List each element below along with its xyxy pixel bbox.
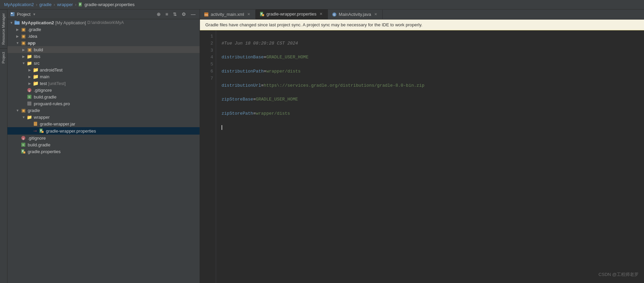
svg-rect-28 — [23, 151, 25, 153]
line-num-2: 2 — [200, 40, 213, 47]
editor-area: XML activity_main.xml ✕ gradle-wrapper.p… — [200, 9, 644, 283]
tree-item-gradle-hidden[interactable]: ▶ ▣ .gradle — [7, 26, 200, 33]
tab-activity-main[interactable]: XML activity_main.xml ✕ — [200, 10, 256, 19]
compact-icon[interactable]: ⇅ — [172, 11, 178, 18]
project-tree[interactable]: ▼ MyApplication2 [My Application] D:\and… — [7, 19, 200, 283]
gradle-root-folder-icon: ▣ — [20, 108, 26, 113]
tree-item-libs[interactable]: ▶ 📁 libs — [7, 53, 200, 60]
tab-gradle-wrapper-props-close[interactable]: ✕ — [318, 11, 324, 17]
proguard-icon — [26, 101, 32, 106]
code-editor[interactable]: 1 2 3 4 5 6 7 #Tue Jun 18 08:20:28 CST 2… — [200, 30, 644, 283]
sidebar-item-project[interactable]: Project — [0, 48, 7, 67]
line-num-3: 3 — [200, 47, 213, 54]
tree-item-app[interactable]: ▼ ▣ app — [7, 39, 200, 46]
gitignore-app-label: .gitignore — [34, 88, 52, 93]
gradle-properties-icon — [20, 149, 26, 154]
tree-arrow-libs: ▶ — [21, 55, 26, 58]
root-path: D:\androidwork\MyA — [87, 20, 124, 25]
buildgradle-root-label: build.gradle — [28, 142, 50, 147]
tree-arrow-build: ▶ — [21, 48, 26, 52]
gitignore-app-icon: g — [26, 87, 32, 93]
androidtest-label: androidTest — [40, 67, 62, 73]
panel-header-icons: ⊕ ≡ ⇅ ⚙ — — [155, 11, 197, 18]
breadcrumb-gradle[interactable]: gradle — [40, 2, 52, 7]
tree-item-gradle-wrapper-props[interactable]: → gradle-wrapper.properties — [7, 127, 200, 135]
breadcrumb-filename: gradle-wrapper.properties — [84, 2, 134, 7]
panel-dropdown-arrow[interactable]: ▼ — [32, 12, 36, 16]
libs-folder-icon: 📁 — [26, 54, 32, 59]
tab-main-activity[interactable]: C MainActivity.java ✕ — [328, 10, 383, 19]
androidtest-folder-icon: 📁 — [32, 67, 38, 73]
props-tab-icon — [260, 12, 264, 17]
code-content[interactable]: #Tue Jun 18 08:20:28 CST 2024 distributi… — [216, 30, 644, 283]
line-num-5: 5 — [200, 61, 213, 68]
tree-item-idea[interactable]: ▶ ▣ .idea — [7, 33, 200, 39]
tree-item-androidtest[interactable]: ▶ 📁 androidTest — [7, 66, 200, 73]
tree-item-root[interactable]: ▼ MyApplication2 [My Application] D:\and… — [7, 19, 200, 26]
breadcrumb-bar: MyApplication2 › gradle › wrapper › grad… — [0, 0, 644, 9]
svg-rect-13 — [34, 122, 37, 126]
project-panel: Project ▼ ⊕ ≡ ⇅ ⚙ — ▼ MyApplication2 [My… — [7, 9, 200, 283]
tree-arrow-gradle-root: ▼ — [15, 109, 20, 112]
tab-gradle-wrapper-props[interactable]: gradle-wrapper.properties ✕ — [256, 9, 328, 19]
tree-item-wrapper[interactable]: ▼ 📁 wrapper — [7, 114, 200, 120]
tree-item-build[interactable]: ▶ ▣ build — [7, 46, 200, 53]
tree-item-gitignore-root[interactable]: g .gitignore — [7, 135, 200, 141]
tab-activity-main-label: activity_main.xml — [211, 12, 244, 17]
gradle-wrapper-props-label: gradle-wrapper.properties — [46, 129, 96, 134]
tab-main-activity-label: MainActivity.java — [339, 12, 371, 17]
test-folder-icon: 📁 — [32, 81, 38, 86]
svg-rect-12 — [27, 102, 31, 106]
props-file-icon — [78, 2, 83, 7]
code-line-4: distributionUrl=https\://services.gradle… — [222, 82, 639, 89]
code-line-2: distributionBase=GRADLE_USER_HOME — [222, 54, 639, 61]
left-tabs: Resource Manager Project — [0, 9, 7, 283]
buildgradle-app-icon: G — [26, 94, 32, 100]
idea-folder-icon: ▣ — [20, 33, 26, 39]
locate-icon[interactable]: ⊕ — [155, 11, 162, 18]
tab-main-activity-close[interactable]: ✕ — [373, 12, 378, 17]
sidebar-item-resource-manager[interactable]: Resource Manager — [0, 9, 7, 48]
buildgradle-app-label: build.gradle — [34, 94, 56, 100]
tree-item-src[interactable]: ▼ 📁 src — [7, 60, 200, 66]
tree-item-gradle-wrapper-jar[interactable]: gradle-wrapper.jar — [7, 120, 200, 127]
jar-icon — [32, 121, 38, 126]
tree-item-buildgradle-root[interactable]: G build.gradle — [7, 141, 200, 148]
bc-sep-1: › — [36, 2, 37, 7]
code-line-7 — [222, 124, 639, 131]
gradle-wrapper-jar-label: gradle-wrapper.jar — [40, 121, 75, 126]
collapse-icon[interactable]: ≡ — [164, 11, 170, 18]
line-num-1: 1 — [200, 33, 213, 40]
wrapper-label: wrapper — [34, 115, 50, 120]
tree-item-gradle-root[interactable]: ▼ ▣ gradle — [7, 107, 200, 114]
src-folder-icon: 📁 — [26, 60, 32, 66]
tree-item-gradle-properties[interactable]: gradle.properties — [7, 148, 200, 155]
breadcrumb-project[interactable]: MyApplication2 — [4, 2, 34, 7]
code-line-5: zipStoreBase=GRADLE_USER_HOME — [222, 96, 639, 103]
code-line-3: distributionPath=wrapper/dists — [222, 68, 639, 75]
breadcrumb-wrapper[interactable]: wrapper — [57, 2, 73, 7]
line-num-7: 7 — [200, 75, 213, 82]
gitignore-root-label: .gitignore — [28, 136, 46, 141]
svg-rect-4 — [10, 12, 15, 16]
tree-arrow-wrapper: ▼ — [21, 115, 26, 119]
tree-arrow-root: ▼ — [9, 21, 14, 25]
tab-bar: XML activity_main.xml ✕ gradle-wrapper.p… — [200, 9, 644, 20]
close-panel-icon[interactable]: — — [189, 11, 197, 18]
tree-item-main[interactable]: ▶ 📁 main — [7, 73, 200, 80]
notification-text: Gradle files have changed since last pro… — [205, 22, 422, 27]
line-num-6: 6 — [200, 68, 213, 75]
props-icon — [38, 128, 45, 134]
tree-arrow-gradle-hidden: ▶ — [15, 28, 20, 31]
svg-text:g: g — [29, 89, 30, 92]
tree-item-proguard[interactable]: proguard-rules.pro — [7, 100, 200, 107]
tree-item-test[interactable]: ▶ 📁 test [unitTest] — [7, 80, 200, 87]
tree-item-buildgradle-app[interactable]: G build.gradle — [7, 93, 200, 100]
tree-item-gitignore-app[interactable]: g .gitignore — [7, 87, 200, 93]
svg-rect-19 — [42, 131, 44, 133]
settings-icon[interactable]: ⚙ — [180, 11, 187, 18]
libs-label: libs — [34, 54, 41, 59]
tab-activity-main-close[interactable]: ✕ — [246, 12, 251, 17]
gradle-root-label: gradle — [28, 108, 40, 113]
tab-gradle-wrapper-props-label: gradle-wrapper.properties — [266, 11, 316, 17]
